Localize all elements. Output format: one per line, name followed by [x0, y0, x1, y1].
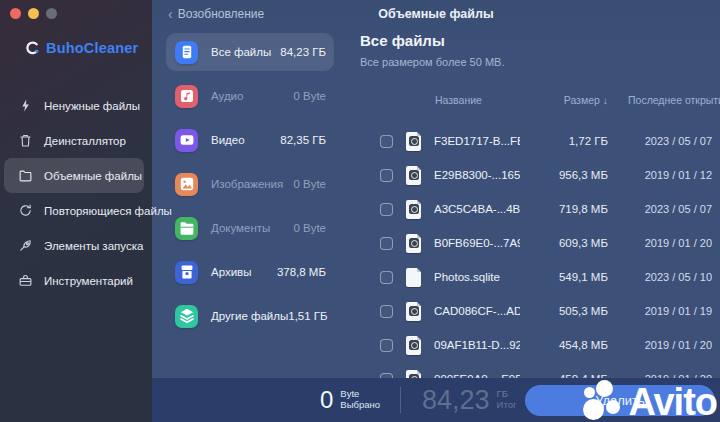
- avito-logo-icon: [583, 380, 623, 420]
- sidebar-item-label: Деинсталлятор: [44, 135, 126, 147]
- file-size: 1,72 ГБ: [520, 135, 608, 147]
- category-list: Все файлы 84,23 ГБ Аудио 0 Byte Видео 82…: [166, 30, 334, 338]
- buhocleaner-logo-icon: [24, 40, 40, 56]
- image-icon: [175, 173, 198, 196]
- sidebar-item-junk-files[interactable]: Ненужные файлы: [4, 88, 144, 123]
- row-checkbox[interactable]: [380, 237, 393, 250]
- app-logo: BuhoCleaner: [24, 40, 138, 56]
- category-item-other-files[interactable]: Другие файлы 1,51 ГБ: [166, 294, 334, 338]
- category-size: 378,8 МБ: [277, 266, 326, 278]
- rocket-icon: [18, 238, 34, 254]
- traffic-lights: [10, 8, 57, 19]
- category-label: Другие файлы: [211, 310, 288, 322]
- column-header-name[interactable]: Название: [435, 94, 520, 106]
- file-date: 2019 / 01 / 20: [628, 237, 712, 249]
- folder-icon: [18, 168, 34, 184]
- file-date: 2019 / 01 / 12: [628, 169, 712, 181]
- table-row[interactable]: A3C5C4BA-...4BBB3.mov 719,8 МБ 2023 / 05…: [360, 192, 712, 226]
- table-row[interactable]: Photos.sqlite 549,1 МБ 2023 / 05 / 10: [360, 260, 712, 294]
- selected-label: Выбрано: [340, 400, 380, 411]
- sidebar-item-label: Повторяющиеся файлы: [44, 205, 172, 217]
- column-header-size[interactable]: Размер ↓: [520, 94, 608, 106]
- avito-watermark: Avito: [583, 380, 717, 420]
- file-name: E29B8300-...1650BA7.mov: [434, 169, 520, 181]
- row-checkbox[interactable]: [380, 203, 393, 216]
- category-item-audio[interactable]: Аудио 0 Byte: [166, 74, 334, 118]
- category-label: Все файлы: [211, 46, 280, 58]
- mov-file-icon: [406, 336, 421, 355]
- file-date: 2019 / 01 / 20: [628, 339, 712, 351]
- file-name: CAD086CF-...AD8CA.mov: [434, 305, 520, 317]
- row-checkbox[interactable]: [380, 135, 393, 148]
- category-size: 0 Byte: [293, 178, 326, 190]
- sidebar-item-label: Элементы запуска: [44, 240, 143, 252]
- layers-icon: [175, 305, 198, 328]
- category-size: 0 Byte: [293, 222, 326, 234]
- minimize-window-button[interactable]: [28, 8, 39, 19]
- category-item-all-files[interactable]: Все файлы 84,23 ГБ: [166, 33, 334, 71]
- lightning-icon: [18, 98, 34, 114]
- sidebar-nav: Ненужные файлы Деинсталлятор Объемные фа…: [0, 88, 152, 298]
- file-size: 549,1 МБ: [520, 271, 608, 283]
- category-label: Документы: [211, 222, 293, 234]
- list-title: Все файлы: [360, 32, 445, 49]
- row-checkbox[interactable]: [380, 169, 393, 182]
- footer-divider: [400, 387, 401, 413]
- selected-value: 0: [320, 386, 333, 414]
- close-window-button[interactable]: [10, 8, 21, 19]
- mov-file-icon: [406, 200, 421, 219]
- category-item-images[interactable]: Изображения 0 Byte: [166, 162, 334, 206]
- sidebar-item-startup-items[interactable]: Элементы запуска: [4, 228, 144, 263]
- app-name: BuhoCleaner: [46, 40, 138, 56]
- category-item-archives[interactable]: Архивы 378,8 МБ: [166, 250, 334, 294]
- video-icon: [175, 129, 198, 152]
- file-name: A3C5C4BA-...4BBB3.mov: [434, 203, 520, 215]
- file-size: 454,8 МБ: [520, 339, 608, 351]
- table-row[interactable]: B0FB69E0-...7A9FF64.mov 609,3 МБ 2019 / …: [360, 226, 712, 260]
- mov-file-icon: [406, 302, 421, 321]
- sidebar-item-label: Инструментарий: [44, 275, 133, 287]
- table-row[interactable]: F3ED1717-B...FB3093.mov 1,72 ГБ 2023 / 0…: [360, 124, 712, 158]
- table-row[interactable]: CAD086CF-...AD8CA.mov 505,3 МБ 2019 / 01…: [360, 294, 712, 328]
- zoom-window-button[interactable]: [46, 8, 57, 19]
- archive-icon: [175, 261, 198, 284]
- file-size: 719,8 МБ: [520, 203, 608, 215]
- row-checkbox[interactable]: [380, 305, 393, 318]
- list-subtitle: Все размером более 50 MB.: [360, 56, 504, 68]
- category-item-video[interactable]: Видео 82,35 ГБ: [166, 118, 334, 162]
- category-size: 0 Byte: [293, 90, 326, 102]
- mov-file-icon: [406, 132, 421, 151]
- total-value: 84,23: [422, 385, 490, 416]
- sort-descending-icon: ↓: [603, 94, 608, 106]
- sidebar-item-duplicate-files[interactable]: Повторяющиеся файлы: [4, 193, 144, 228]
- table-header: Название Размер ↓ Последнее открытие: [360, 94, 712, 106]
- category-label: Видео: [211, 134, 280, 146]
- file-name: Photos.sqlite: [434, 271, 520, 283]
- buhocleaner-window: BuhoCleaner Ненужные файлы Деинсталлятор: [0, 0, 720, 422]
- file-name: F3ED1717-B...FB3093.mov: [434, 135, 520, 147]
- table-row[interactable]: E29B8300-...1650BA7.mov 956,3 МБ 2019 / …: [360, 158, 712, 192]
- sidebar-item-large-files[interactable]: Объемные файлы: [4, 158, 144, 193]
- audio-icon: [175, 85, 198, 108]
- sidebar-item-label: Объемные файлы: [44, 170, 142, 182]
- file-list-panel: Все файлы Все размером более 50 MB. Назв…: [360, 0, 712, 422]
- file-date: 2023 / 05 / 07: [628, 203, 712, 215]
- refresh-icon: [18, 203, 34, 219]
- mov-file-icon: [406, 166, 421, 185]
- file-name: 09AF1B11-D...928AA8.mov: [434, 339, 520, 351]
- category-label: Аудио: [211, 90, 293, 102]
- mov-file-icon: [406, 234, 421, 253]
- table-row[interactable]: 09AF1B11-D...928AA8.mov 454,8 МБ 2019 / …: [360, 328, 712, 362]
- file-date: 2023 / 05 / 10: [628, 271, 712, 283]
- grand-total: 84,23 ГБ Итог: [422, 378, 516, 422]
- row-checkbox[interactable]: [380, 339, 393, 352]
- column-header-last-opened[interactable]: Последнее открытие: [628, 94, 712, 106]
- document-icon: [175, 41, 198, 64]
- sidebar-item-uninstaller[interactable]: Деинсталлятор: [4, 123, 144, 158]
- file-size: 956,3 МБ: [520, 169, 608, 181]
- file-date: 2023 / 05 / 07: [628, 135, 712, 147]
- sidebar-item-toolkit[interactable]: Инструментарий: [4, 263, 144, 298]
- documents-folder-icon: [175, 217, 198, 240]
- row-checkbox[interactable]: [380, 271, 393, 284]
- category-item-documents[interactable]: Документы 0 Byte: [166, 206, 334, 250]
